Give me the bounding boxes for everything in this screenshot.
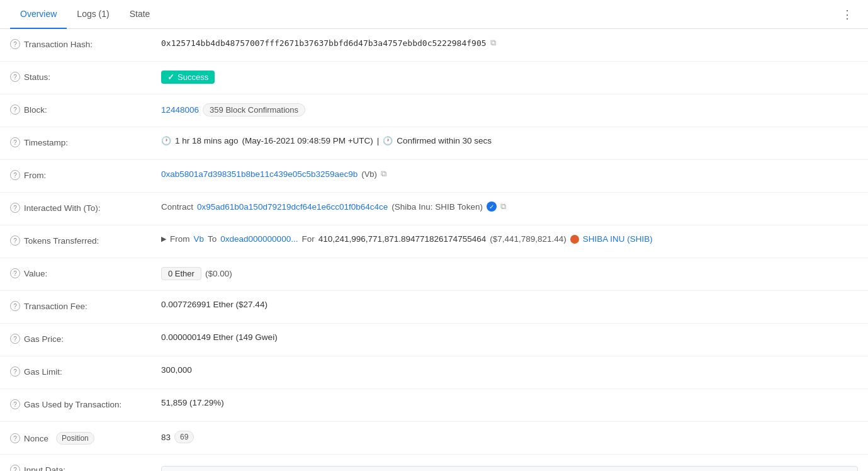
token-usd: ($7,441,789,821.44): [490, 234, 566, 244]
label-input-data: ? Input Data:: [10, 463, 161, 471]
timestamp-confirmed: Confirmed within 30 secs: [397, 136, 492, 145]
help-icon-block[interactable]: ?: [10, 105, 20, 115]
help-icon-from[interactable]: ?: [10, 170, 20, 180]
row-gas-used: ? Gas Used by Transaction: 51,859 (17.29…: [0, 389, 868, 422]
shib-token-link[interactable]: SHIBA INU (SHIB): [583, 234, 653, 244]
row-input-data: ? Input Data: Function: transfer(address…: [0, 455, 868, 471]
position-label: Position: [56, 432, 94, 445]
label-status: ? Status:: [10, 71, 161, 82]
row-transaction-hash: ? Transaction Hash: 0x125714bb4db4875700…: [0, 29, 868, 62]
block-number-link[interactable]: 12448006: [161, 105, 199, 115]
info-icon-timestamp: 🕐: [383, 136, 393, 145]
value-tokens-transferred: ▶ From Vb To 0xdead000000000... For 410,…: [161, 234, 858, 244]
label-from: ? From:: [10, 169, 161, 180]
help-icon-nonce[interactable]: ?: [10, 433, 20, 443]
value-block: 12448006 359 Block Confirmations: [161, 103, 858, 116]
copy-to-icon[interactable]: ⧉: [500, 201, 506, 212]
more-options-icon[interactable]: ⋮: [837, 3, 858, 26]
tab-logs[interactable]: Logs (1): [67, 0, 119, 29]
row-block: ? Block: 12448006 359 Block Confirmation…: [0, 94, 868, 127]
help-icon-to[interactable]: ?: [10, 203, 20, 213]
tx-fee-value: 0.007726991 Ether ($27.44): [161, 300, 268, 309]
gas-used-value: 51,859 (17.29%): [161, 398, 224, 407]
timestamp-datetime: (May-16-2021 09:48:59 PM +UTC): [242, 136, 373, 145]
label-gas-used: ? Gas Used by Transaction:: [10, 398, 161, 409]
row-tokens-transferred: ? Tokens Transferred: ▶ From Vb To 0xdea…: [0, 225, 868, 258]
copy-hash-icon[interactable]: ⧉: [490, 38, 496, 48]
value-from: 0xab5801a7d398351b8be11c439e05c5b3259aec…: [161, 169, 858, 179]
row-timestamp: ? Timestamp: 🕐 1 hr 18 mins ago (May-16-…: [0, 127, 868, 160]
label-nonce: ? Nonce Position: [10, 431, 161, 445]
label-block: ? Block:: [10, 103, 161, 115]
timestamp-separator: |: [377, 136, 380, 145]
value-input-data: Function: transfer(address recipient, ui…: [161, 463, 858, 471]
help-icon-tokens[interactable]: ?: [10, 236, 20, 246]
row-from: ? From: 0xab5801a7d398351b8be11c439e05c5…: [0, 160, 868, 193]
help-icon-gas-used[interactable]: ?: [10, 399, 20, 409]
label-gas-limit: ? Gas Limit:: [10, 365, 161, 377]
help-icon-timestamp[interactable]: ?: [10, 137, 20, 147]
value-transaction-hash: 0x125714bb4db48757007fff2671b37637bbfd6d…: [161, 38, 858, 48]
gas-limit-value: 300,000: [161, 365, 192, 375]
timestamp-ago: 1 hr 18 mins ago: [175, 136, 239, 145]
help-icon-gas-limit[interactable]: ?: [10, 366, 20, 377]
help-icon-input-data[interactable]: ?: [10, 465, 20, 471]
value-gas-price: 0.000000149 Ether (149 Gwei): [161, 332, 858, 342]
label-gas-price: ? Gas Price:: [10, 332, 161, 344]
token-transfer-details: ▶ From Vb To 0xdead000000000... For 410,…: [161, 234, 653, 244]
nonce-value: 83: [161, 433, 171, 442]
value-eth: 0 Ether ($0.00): [161, 267, 858, 280]
help-icon-tx-hash[interactable]: ?: [10, 39, 20, 49]
row-tx-fee: ? Transaction Fee: 0.007726991 Ether ($2…: [0, 291, 868, 324]
help-icon-gas-price[interactable]: ?: [10, 334, 20, 344]
shib-token-icon: [570, 235, 579, 244]
help-icon-tx-fee[interactable]: ?: [10, 301, 20, 311]
label-timestamp: ? Timestamp:: [10, 136, 161, 147]
label-value: ? Value:: [10, 267, 161, 278]
row-value: ? Value: 0 Ether ($0.00): [0, 258, 868, 291]
clock-icon: 🕐: [161, 136, 171, 145]
value-status: Success: [161, 71, 858, 84]
expand-icon[interactable]: ▶: [161, 235, 166, 243]
row-nonce: ? Nonce Position 83 69: [0, 422, 868, 455]
tab-overview[interactable]: Overview: [10, 0, 67, 29]
copy-from-icon[interactable]: ⧉: [381, 169, 386, 179]
value-tx-fee: 0.007726991 Ether ($27.44): [161, 300, 858, 309]
row-gas-price: ? Gas Price: 0.000000149 Ether (149 Gwei…: [0, 324, 868, 356]
status-badge: Success: [161, 71, 215, 84]
token-for-label: For: [302, 234, 314, 244]
label-tx-fee: ? Transaction Fee:: [10, 300, 161, 311]
token-from-label: From: [170, 234, 190, 244]
row-interacted-with: ? Interacted With (To): Contract 0x95ad6…: [0, 193, 868, 225]
tab-state[interactable]: State: [120, 0, 161, 29]
verified-icon: ✓: [487, 201, 497, 212]
help-icon-status[interactable]: ?: [10, 72, 20, 82]
tabs-bar: Overview Logs (1) State ⋮: [0, 0, 868, 29]
help-icon-value[interactable]: ?: [10, 268, 20, 278]
block-confirmations-badge: 359 Block Confirmations: [203, 103, 305, 116]
to-address-link[interactable]: 0x95ad61b0a150d79219dcf64e1e6cc01f0b64c4…: [197, 202, 388, 212]
label-tokens-transferred: ? Tokens Transferred:: [10, 234, 161, 246]
value-gas-used: 51,859 (17.29%): [161, 398, 858, 407]
value-nonce: 83 69: [161, 431, 858, 443]
contract-prefix: Contract: [161, 202, 193, 212]
from-alias: (Vb): [361, 169, 377, 179]
label-interacted-with: ? Interacted With (To):: [10, 201, 161, 213]
value-interacted-with: Contract 0x95ad61b0a150d79219dcf64e1e6cc…: [161, 201, 858, 212]
input-data-box: Function: transfer(address recipient, ui…: [161, 466, 858, 471]
contract-name: (Shiba Inu: SHIB Token): [392, 202, 483, 212]
position-value: 69: [174, 431, 194, 443]
value-usd: ($0.00): [205, 269, 232, 278]
gas-price-value: 0.000000149 Ether (149 Gwei): [161, 332, 278, 342]
label-transaction-hash: ? Transaction Hash:: [10, 38, 161, 49]
token-amount: 410,241,996,771,871.894771826174755464: [318, 234, 487, 244]
token-to-address[interactable]: 0xdead000000000...: [220, 234, 298, 244]
row-status: ? Status: Success: [0, 62, 868, 94]
token-from-address[interactable]: Vb: [194, 234, 205, 244]
value-gas-limit: 300,000: [161, 365, 858, 375]
value-timestamp: 🕐 1 hr 18 mins ago (May-16-2021 09:48:59…: [161, 136, 858, 145]
value-ether-badge: 0 Ether: [161, 267, 201, 280]
token-to-label: To: [208, 234, 217, 244]
row-gas-limit: ? Gas Limit: 300,000: [0, 356, 868, 389]
from-address-link[interactable]: 0xab5801a7d398351b8be11c439e05c5b3259aec…: [161, 169, 358, 179]
